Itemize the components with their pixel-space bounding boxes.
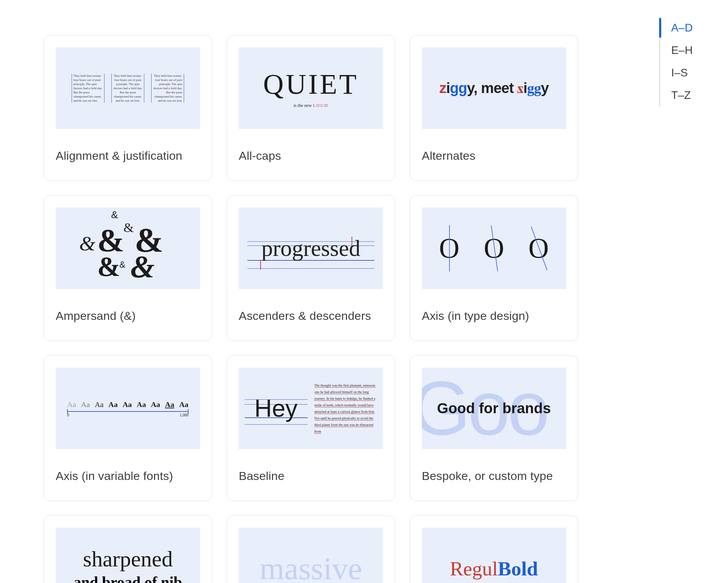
card-calligraphic[interactable]: sharpened and broad of nib — [44, 516, 212, 583]
alpha-toc: A–D E–H I–S T–Z — [659, 17, 693, 107]
thumb-calligraphic: sharpened and broad of nib — [56, 528, 200, 583]
baseline-word: Hey — [245, 395, 308, 422]
thumb-alternates: ziggy, meet ziggy — [422, 47, 566, 129]
toc-item-t-z[interactable]: T–Z — [660, 84, 693, 107]
baseline-para: The thought was the first pleasant, sens… — [315, 382, 377, 435]
card-axis-type-design[interactable]: O O O Axis (in type design) — [410, 195, 578, 341]
card-ascenders-descenders[interactable]: progressed Ascenders & descenders — [227, 195, 395, 341]
card-alternates[interactable]: ziggy, meet ziggy Alternates — [410, 35, 578, 181]
massive-text: massive — [260, 550, 362, 583]
toc-item-e-h[interactable]: E–H — [660, 39, 693, 62]
thumb-alignment: They held him twenty-four hours out of p… — [56, 47, 200, 129]
thumb-massive: massive — [239, 528, 383, 583]
thumb-ascenders: progressed — [239, 207, 383, 289]
axis-var-max: 1,000 — [180, 413, 189, 417]
bespoke-fg: Good for brands — [437, 400, 551, 417]
card-regular-bold[interactable]: RegulBold — [410, 516, 578, 583]
card-title: Alternates — [422, 149, 566, 163]
align-col-right: They held him twenty-four hours out of p… — [151, 74, 184, 103]
card-ampersand[interactable]: & & & & & & & & Ampersand (&) — [44, 195, 212, 341]
allcaps-sub: is the new LOUD — [293, 103, 328, 108]
card-title: Axis (in variable fonts) — [56, 469, 200, 483]
card-title: Ascenders & descenders — [239, 309, 383, 323]
card-title: Baseline — [239, 469, 383, 483]
thumb-axis-variable: Aa Aa Aa Aa Aa Aa Aa Aa Aa 0 1,000 — [56, 368, 200, 449]
align-col-center: They held him twenty-four hours out of p… — [111, 74, 144, 103]
allcaps-main: QUIET — [263, 68, 359, 101]
thumb-all-caps: QUIET is the new LOUD — [239, 47, 383, 129]
ascenders-word: progressed — [247, 235, 374, 261]
card-title: Alignment & justification — [56, 149, 200, 163]
thumb-axis-design: O O O — [422, 207, 566, 289]
callig-line2: and broad of nib — [74, 573, 182, 583]
card-massive[interactable]: massive — [227, 516, 395, 583]
card-baseline[interactable]: Hey The thought was the first pleasant, … — [227, 355, 395, 501]
thumb-regbold: RegulBold — [422, 528, 566, 583]
card-alignment-justification[interactable]: They held him twenty-four hours out of p… — [44, 35, 212, 181]
toc-item-a-d[interactable]: A–D — [660, 17, 693, 39]
glossary-grid: They held him twenty-four hours out of p… — [44, 35, 578, 583]
card-title: Bespoke, or custom type — [422, 469, 566, 483]
card-title: Axis (in type design) — [422, 309, 566, 323]
card-title: All-caps — [239, 149, 383, 163]
thumb-bespoke: Goo Good for brands — [422, 368, 566, 449]
card-title: Ampersand (&) — [56, 309, 200, 323]
align-col-left: They held him twenty-four hours out of p… — [72, 74, 104, 103]
card-all-caps[interactable]: QUIET is the new LOUD All-caps — [227, 35, 395, 181]
thumb-baseline: Hey The thought was the first pleasant, … — [239, 368, 383, 449]
regbold-row: RegulBold — [450, 557, 538, 580]
card-axis-variable-fonts[interactable]: Aa Aa Aa Aa Aa Aa Aa Aa Aa 0 1,000 Axis … — [44, 355, 212, 501]
card-bespoke-custom-type[interactable]: Goo Good for brands Bespoke, or custom t… — [410, 355, 578, 501]
callig-line1: sharpened — [74, 546, 182, 572]
toc-item-i-s[interactable]: I–S — [660, 62, 693, 84]
thumb-ampersand: & & & & & & & & — [56, 207, 200, 289]
alternates-text: ziggy, meet ziggy — [439, 80, 549, 96]
